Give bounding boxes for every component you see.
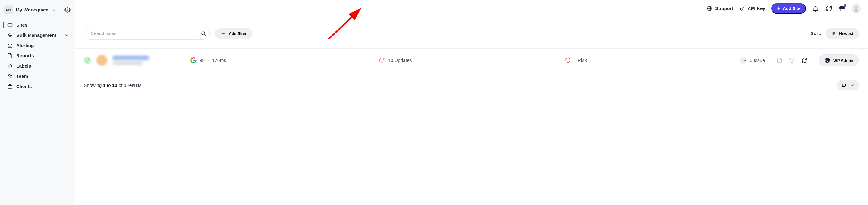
row-actions — [776, 57, 808, 63]
users-icon — [7, 74, 13, 79]
svg-line-24 — [204, 34, 205, 35]
sidebar-item-label: Reports — [16, 53, 34, 58]
perf-score: 98 — [199, 58, 205, 63]
sidebar-item-labels[interactable]: Labels — [3, 61, 72, 71]
latency: 176ms — [212, 58, 226, 63]
sidebar-item-team[interactable]: Team — [3, 71, 72, 81]
sidebar-item-clients[interactable]: Clients — [3, 81, 72, 92]
svg-point-11 — [8, 75, 10, 76]
refresh-icon — [379, 57, 385, 63]
sidebar-nav: Sites Bulk Management Alerting Reports L… — [0, 20, 75, 92]
sidebar-item-label: Clients — [16, 84, 32, 89]
sort-icon — [831, 31, 836, 36]
monitor-icon — [7, 22, 13, 28]
history-icon[interactable] — [789, 57, 795, 63]
add-site-button[interactable]: Add Site — [771, 3, 806, 13]
svg-rect-1 — [8, 23, 12, 26]
support-link[interactable]: Support — [707, 5, 733, 11]
notification-dot — [844, 4, 846, 7]
svg-line-9 — [11, 44, 12, 45]
sidebar-item-alerting[interactable]: Alerting — [3, 40, 72, 51]
gift-icon[interactable] — [838, 5, 846, 12]
bell-icon[interactable] — [812, 5, 819, 12]
svg-line-8 — [8, 44, 9, 45]
sidebar-item-label: Bulk Management — [16, 33, 56, 38]
sidebar-item-label: Sites — [16, 22, 27, 28]
wordpress-icon — [824, 57, 830, 63]
page-size-value: 10 — [841, 83, 846, 87]
siren-icon — [7, 43, 13, 48]
chevron-down-icon — [64, 33, 69, 37]
metric-updates: 10 Updates — [379, 57, 412, 63]
add-filter-label: Add filter — [229, 31, 247, 36]
briefcase-icon — [7, 84, 13, 89]
svg-point-0 — [67, 9, 68, 11]
sidebar-item-sites[interactable]: Sites — [3, 20, 72, 30]
site-metrics: 98 · 176ms 10 Updates 1 Risk php 0 Issue — [190, 57, 765, 64]
svg-point-4 — [8, 34, 12, 37]
workspace-badge: MY — [4, 5, 13, 14]
refresh-icon[interactable] — [802, 57, 808, 63]
risks-text: 1 Risk — [574, 58, 587, 63]
file-icon — [7, 53, 13, 58]
svg-rect-13 — [8, 85, 12, 88]
google-icon — [190, 57, 196, 63]
gear-icon[interactable] — [64, 7, 70, 13]
metric-performance: 98 · 176ms — [190, 57, 226, 63]
search-icon — [201, 31, 206, 36]
toolbar: Add filter Sort: Newest — [75, 17, 868, 48]
site-row[interactable]: 98 · 176ms 10 Updates 1 Risk php 0 Issue — [75, 48, 868, 72]
svg-point-10 — [9, 65, 9, 65]
target-icon — [7, 33, 13, 38]
php-icon: php — [740, 57, 747, 64]
pagination-summary: Showing 1 to 10 of 1 results — [84, 83, 141, 88]
refresh-icon[interactable] — [825, 5, 832, 12]
svg-point-22 — [855, 6, 858, 9]
workspace-switcher[interactable]: MY My Workspace — [0, 4, 75, 20]
sidebar-item-label: Labels — [16, 63, 31, 69]
api-key-label: API Key — [748, 6, 766, 11]
support-label: Support — [715, 6, 733, 11]
metric-risks: 1 Risk — [565, 57, 587, 63]
svg-point-5 — [10, 35, 10, 36]
main-content: Support API Key Add Site Add f — [75, 0, 868, 205]
sort-label: Sort: — [810, 31, 821, 36]
sort-button[interactable]: Newest — [826, 28, 859, 39]
add-site-label: Add Site — [783, 6, 801, 11]
site-favicon — [96, 55, 107, 66]
search-button[interactable] — [198, 28, 209, 39]
search-input[interactable] — [84, 27, 210, 40]
avatar[interactable] — [852, 4, 861, 13]
svg-point-12 — [10, 75, 12, 76]
api-key-link[interactable]: API Key — [739, 5, 766, 11]
plus-icon — [777, 6, 781, 10]
topbar: Support API Key Add Site — [75, 0, 868, 17]
sidebar-item-label: Team — [16, 74, 28, 79]
wp-admin-label: WP Admin — [833, 58, 853, 63]
workspace-name: My Workspace — [16, 7, 48, 13]
note-icon[interactable] — [776, 57, 782, 63]
filter-icon — [221, 31, 226, 36]
add-filter-button[interactable]: Add filter — [215, 28, 252, 39]
sidebar-item-reports[interactable]: Reports — [3, 51, 72, 61]
tag-icon — [7, 63, 13, 69]
page-size-select[interactable]: 10 — [837, 80, 859, 90]
updates-text: 10 Updates — [388, 58, 412, 63]
sidebar-item-label: Alerting — [16, 43, 34, 48]
sidebar: MY My Workspace Sites Bulk Management Al… — [0, 0, 75, 205]
sort-value: Newest — [839, 31, 853, 36]
status-ok-icon — [84, 57, 91, 64]
issues-text: 0 Issue — [750, 58, 765, 63]
metric-issues: php 0 Issue — [740, 57, 765, 64]
shield-icon — [565, 57, 571, 63]
globe-icon — [707, 5, 713, 11]
wp-admin-button[interactable]: WP Admin — [818, 54, 859, 66]
list-footer: Showing 1 to 10 of 1 results 10 — [75, 72, 868, 98]
search-wrap — [84, 27, 210, 40]
svg-point-23 — [202, 32, 205, 35]
chevron-down-icon — [850, 83, 855, 87]
chevron-down-icon — [52, 8, 56, 12]
site-name-blurred — [113, 56, 149, 65]
sidebar-item-bulk-management[interactable]: Bulk Management — [3, 30, 72, 40]
key-icon — [739, 5, 745, 11]
